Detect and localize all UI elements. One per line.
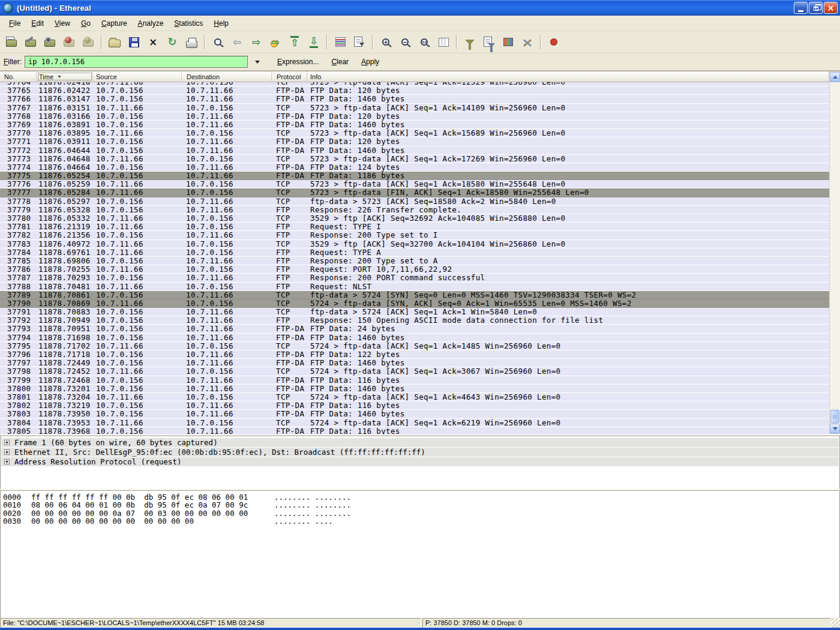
go-back-button[interactable]: ⇦ [228, 33, 246, 51]
packet-row[interactable]: 3778411878.6976110.7.11.6610.7.0.156FTPR… [0, 248, 829, 257]
scrollbar-thumb[interactable] [830, 410, 839, 423]
close-button[interactable]: × [824, 2, 838, 14]
filter-input[interactable] [25, 56, 248, 68]
restore-button[interactable] [809, 2, 823, 14]
menu-help[interactable]: Help [208, 17, 234, 30]
hex-row[interactable]: 002000 00 00 00 00 00 0a 07 00 03 00 00 … [1, 509, 839, 517]
open-file-button[interactable] [106, 33, 124, 51]
packet-row[interactable]: 3780511878.7396810.7.0.15610.7.11.66FTP-… [0, 427, 829, 434]
packet-row[interactable]: 3779611878.7171810.7.0.15610.7.11.66FTP-… [0, 350, 829, 359]
packet-row[interactable]: 3779211878.7094910.7.0.15610.7.11.66FTPR… [0, 316, 829, 325]
print-button[interactable] [182, 33, 200, 51]
display-filter-button[interactable] [480, 33, 498, 51]
expand-plus-icon[interactable] [4, 440, 10, 445]
find-button[interactable] [209, 33, 227, 51]
packet-row[interactable]: 3780311878.7395010.7.0.15610.7.11.66FTP-… [0, 410, 829, 418]
reload-button[interactable]: ↻ [163, 33, 181, 51]
packet-row[interactable]: 3777111876.0391110.7.0.15610.7.11.66FTP-… [0, 137, 829, 146]
packet-row[interactable]: 3779911878.7246810.7.0.15610.7.11.66FTP-… [0, 376, 829, 385]
packet-row[interactable]: 3777211876.0464410.7.0.15610.7.11.66FTP-… [0, 146, 829, 155]
packet-row[interactable]: 3776511876.0242210.7.0.15610.7.11.66FTP-… [0, 86, 829, 95]
packet-row[interactable]: 3776911876.0389110.7.0.15610.7.11.66FTP-… [0, 121, 829, 129]
packet-row[interactable]: 3778111876.2131910.7.11.6610.7.0.156FTPR… [0, 223, 829, 231]
packet-row[interactable]: 3778211876.2135610.7.0.15610.7.11.66FTPR… [0, 231, 829, 239]
packet-row[interactable]: 3779511878.7170210.7.11.6610.7.0.156TCP5… [0, 342, 829, 350]
capture-start-button[interactable] [41, 33, 59, 51]
packet-row[interactable]: 3778811878.7048110.7.11.6610.7.0.156FTPR… [0, 283, 829, 291]
packet-row[interactable]: 3777411876.0466410.7.0.15610.7.11.66FTP-… [0, 163, 829, 172]
menu-go[interactable]: Go [76, 17, 96, 30]
packet-row[interactable]: 3777511876.0525410.7.0.15610.7.11.66FTP-… [0, 172, 829, 180]
detail-row[interactable]: Frame 1 (60 bytes on wire, 60 bytes capt… [1, 438, 839, 447]
clear-button[interactable]: Clear [327, 56, 353, 67]
packet-row[interactable]: 3777811876.0529710.7.0.15610.7.11.66TCPf… [0, 197, 829, 206]
menu-statistics[interactable]: Statistics [169, 17, 208, 30]
scroll-down-button[interactable] [830, 424, 840, 434]
menu-edit[interactable]: Edit [26, 17, 49, 30]
column-header-time[interactable]: Time [37, 71, 93, 82]
packet-row[interactable]: 3777711876.0528410.7.11.6610.7.0.156TCP5… [0, 188, 829, 197]
packet-row[interactable]: 3778311876.4097210.7.11.6610.7.0.156TCP3… [0, 240, 829, 248]
packet-row[interactable]: 3779311878.7095110.7.0.15610.7.11.66FTP-… [0, 325, 829, 333]
zoom-in-button[interactable]: + [377, 33, 395, 51]
menu-analyze[interactable]: Analyze [133, 17, 169, 30]
detail-row[interactable]: Address Resolution Protocol (request) [1, 457, 839, 466]
apply-button[interactable]: Apply [357, 56, 383, 67]
capture-options-button[interactable] [22, 33, 40, 51]
column-header-protocol[interactable]: Protocol [272, 71, 307, 82]
colorize-button[interactable] [331, 33, 349, 51]
capture-restart-button[interactable] [79, 33, 97, 51]
zoom-100-button[interactable]: 1:1 [415, 33, 433, 51]
capture-stop-button[interactable] [60, 33, 78, 51]
scroll-up-button[interactable] [830, 72, 840, 82]
menu-capture[interactable]: Capture [96, 17, 133, 30]
column-header-info[interactable]: Info [307, 71, 829, 82]
packet-row[interactable]: 3777611876.0525910.7.11.6610.7.0.156TCP5… [0, 180, 829, 188]
packet-row[interactable]: 3779011878.7086910.7.11.6610.7.0.156TCP5… [0, 299, 829, 308]
packet-row[interactable]: 3780211878.7321910.7.0.15610.7.11.66FTP-… [0, 401, 829, 410]
packet-row[interactable]: 3777911876.0532810.7.0.15610.7.11.66FTPR… [0, 206, 829, 214]
packet-row[interactable]: 3777311876.0464810.7.11.6610.7.0.156TCP5… [0, 155, 829, 163]
expand-plus-icon[interactable] [4, 449, 10, 455]
packet-row[interactable]: 3778911878.7086110.7.0.15610.7.11.66TCPf… [0, 291, 829, 299]
column-header-source[interactable]: Source [93, 71, 182, 82]
column-header-destination[interactable]: Destination [182, 71, 272, 82]
packet-row[interactable]: 3779111878.7088310.7.0.15610.7.11.66TCPf… [0, 308, 829, 316]
ethereal-app-icon[interactable] [3, 3, 13, 13]
packet-row[interactable]: 3779411878.7169810.7.0.15610.7.11.66FTP-… [0, 334, 829, 342]
interfaces-button[interactable] [2, 33, 20, 51]
hex-row[interactable]: 0000ff ff ff ff ff ff 00 0b db 95 0f ec … [1, 493, 839, 501]
resize-grip[interactable] [831, 618, 840, 628]
packet-row[interactable]: 3778011876.0533210.7.11.6610.7.0.156TCP3… [0, 214, 829, 223]
expand-plus-icon[interactable] [4, 459, 10, 464]
packet-row[interactable]: 3780011878.7320110.7.0.15610.7.11.66FTP-… [0, 385, 829, 393]
packet-row[interactable]: 3776811876.0316610.7.0.15610.7.11.66FTP-… [0, 112, 829, 121]
close-file-button[interactable]: × [144, 33, 162, 51]
packet-row[interactable]: 3776711876.0315110.7.11.6610.7.0.156TCP5… [0, 104, 829, 112]
packet-row[interactable]: 3780411878.7395310.7.11.6610.7.0.156TCP5… [0, 419, 829, 427]
hex-row[interactable]: 001008 00 06 04 00 01 00 0b db 95 0f ec … [1, 501, 839, 509]
hex-row[interactable]: 003000 00 00 00 00 00 00 00 00 00 00 00.… [1, 517, 839, 525]
packet-row[interactable]: 3779811878.7245210.7.11.6610.7.0.156TCP5… [0, 367, 829, 376]
packet-row[interactable]: 3776611876.0314710.7.0.15610.7.11.66FTP-… [0, 95, 829, 103]
packet-row[interactable]: 3778511878.6980610.7.0.15610.7.11.66FTPR… [0, 257, 829, 265]
resize-columns-button[interactable] [434, 33, 452, 51]
go-to-top-button[interactable]: ⇧ [286, 33, 304, 51]
capture-filter-button[interactable] [461, 33, 479, 51]
packet-row[interactable]: 3777011876.0389510.7.11.6610.7.0.156TCP5… [0, 129, 829, 137]
filter-dropdown-button[interactable] [251, 56, 263, 68]
save-file-button[interactable] [125, 33, 143, 51]
packet-list-scrollbar[interactable] [829, 71, 840, 434]
menu-view[interactable]: View [49, 17, 76, 30]
preferences-button[interactable] [518, 33, 536, 51]
help-button[interactable] [545, 33, 563, 51]
packet-row[interactable]: 3778711878.7029310.7.0.15610.7.11.66FTPR… [0, 274, 829, 282]
minimize-button[interactable] [794, 2, 808, 14]
packet-row[interactable]: 3780111878.7320410.7.11.6610.7.0.156TCP5… [0, 393, 829, 401]
column-header-no[interactable]: No. [0, 71, 37, 82]
packet-row[interactable]: 3779711878.7244910.7.0.15610.7.11.66FTP-… [0, 359, 829, 367]
coloring-rules-button[interactable] [499, 33, 517, 51]
zoom-out-button[interactable]: − [396, 33, 414, 51]
go-to-bottom-button[interactable]: ⇩ [305, 33, 323, 51]
go-to-packet-button[interactable]: ⇨ [266, 33, 284, 51]
